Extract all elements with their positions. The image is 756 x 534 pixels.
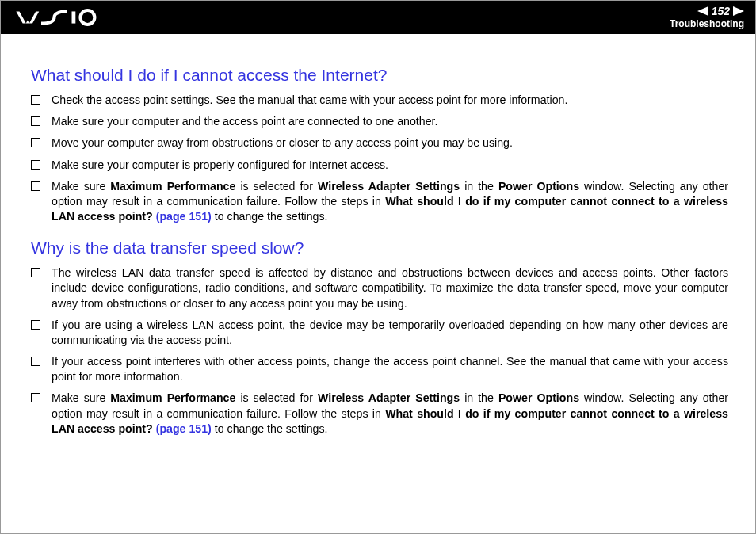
bullet-icon: [31, 160, 40, 170]
bullet-icon: [31, 320, 40, 330]
page-content: What should I do if I cannot access the …: [1, 34, 755, 437]
bullet-text: If you are using a wireless LAN access p…: [52, 318, 728, 348]
svg-rect-0: [72, 11, 76, 23]
list-item: Make sure Maximum Performance is selecte…: [31, 391, 728, 437]
list-item: If you are using a wireless LAN access p…: [31, 318, 728, 348]
bullet-icon: [31, 357, 40, 366]
list-item: If your access point interferes with oth…: [31, 354, 728, 384]
bullet-icon: [31, 138, 40, 147]
page-link[interactable]: (page 151): [153, 422, 212, 435]
nav-next-icon[interactable]: [733, 6, 744, 16]
bullet-icon: [31, 116, 40, 126]
vaio-logo: [15, 9, 102, 26]
list-item: The wireless LAN data transfer speed is …: [31, 265, 728, 311]
header-right: 152 Troubleshooting: [670, 6, 744, 29]
bullet-text: Make sure your computer is properly conf…: [52, 158, 728, 173]
list-item: Make sure your computer and the access p…: [31, 114, 728, 129]
page-nav: 152: [670, 6, 744, 17]
bullet-text: Move your computer away from obstruction…: [52, 135, 728, 151]
bullet-icon: [31, 268, 40, 277]
list-item: Check the access point settings. See the…: [31, 93, 728, 108]
bullet-icon: [31, 181, 40, 191]
bullet-icon: [31, 95, 40, 105]
list-item: Move your computer away from obstruction…: [31, 135, 728, 151]
page-link[interactable]: (page 151): [153, 210, 212, 223]
bullet-text: Make sure your computer and the access p…: [52, 114, 728, 129]
page-number: 152: [712, 6, 730, 17]
page-header: 152 Troubleshooting: [1, 1, 755, 34]
bullet-text: If your access point interferes with oth…: [52, 354, 728, 384]
list-internet-access: Check the access point settings. See the…: [31, 93, 728, 224]
nav-prev-icon[interactable]: [697, 6, 708, 16]
bullet-text: Make sure Maximum Performance is selecte…: [52, 391, 728, 437]
svg-point-1: [81, 10, 95, 25]
bullet-text: The wireless LAN data transfer speed is …: [52, 265, 728, 311]
heading-internet-access: What should I do if I cannot access the …: [31, 66, 728, 85]
section-label: Troubleshooting: [670, 18, 744, 29]
list-item: Make sure your computer is properly conf…: [31, 158, 728, 173]
bullet-text: Check the access point settings. See the…: [52, 93, 728, 108]
list-transfer-speed: The wireless LAN data transfer speed is …: [31, 265, 728, 437]
list-item: Make sure Maximum Performance is selecte…: [31, 179, 728, 225]
bullet-text: Make sure Maximum Performance is selecte…: [52, 179, 728, 225]
bullet-icon: [31, 393, 40, 402]
heading-transfer-speed: Why is the data transfer speed slow?: [31, 238, 728, 257]
